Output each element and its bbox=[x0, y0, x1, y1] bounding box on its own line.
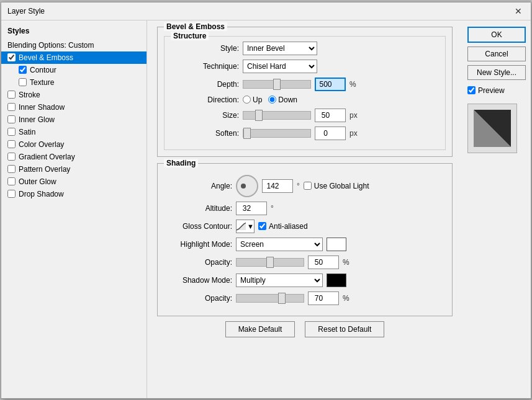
inner-glow-label: Inner Glow bbox=[19, 115, 55, 124]
outer-glow-label: Outer Glow bbox=[19, 177, 56, 186]
size-input[interactable] bbox=[315, 109, 346, 122]
soften-input[interactable] bbox=[315, 127, 346, 140]
highlight-opacity-row: Opacity: % bbox=[164, 256, 446, 269]
cancel-button[interactable]: Cancel bbox=[467, 47, 526, 61]
gradient-overlay-label: Gradient Overlay bbox=[19, 153, 75, 161]
dialog-body: Styles Blending Options: Custom Bevel & … bbox=[1, 20, 531, 398]
direction-down-text: Down bbox=[278, 96, 297, 104]
gradient-overlay-checkbox[interactable] bbox=[7, 153, 16, 161]
altitude-label: Altitude: bbox=[164, 204, 232, 213]
direction-down-radio[interactable] bbox=[268, 96, 276, 104]
shadow-opacity-input[interactable] bbox=[308, 291, 339, 305]
shadow-opacity-slider[interactable] bbox=[236, 294, 304, 303]
gloss-contour-icon bbox=[237, 221, 246, 231]
bevel-emboss-section: Bevel & Emboss Structure Style: Inner Be… bbox=[157, 27, 453, 157]
new-style-button[interactable]: New Style... bbox=[467, 65, 526, 80]
inner-shadow-checkbox[interactable] bbox=[7, 103, 16, 111]
direction-down-label[interactable]: Down bbox=[268, 96, 297, 104]
reset-to-default-button[interactable]: Reset to Default bbox=[305, 321, 384, 337]
sidebar-item-inner-glow[interactable]: Inner Glow bbox=[1, 113, 147, 126]
shadow-opacity-slider-container: % bbox=[236, 291, 349, 305]
direction-row: Direction: Up Down bbox=[171, 96, 439, 104]
anti-aliased-checkbox[interactable] bbox=[258, 222, 266, 230]
angle-dial[interactable] bbox=[236, 175, 258, 197]
shadow-mode-row: Shadow Mode: Multiply Normal Screen Over… bbox=[164, 273, 446, 287]
sidebar-item-blending-options[interactable]: Blending Options: Custom bbox=[1, 39, 147, 51]
angle-row: Angle: ° Use Global Light bbox=[164, 175, 446, 197]
highlight-opacity-label: Opacity: bbox=[164, 258, 232, 267]
sidebar-title: Styles bbox=[1, 24, 147, 39]
use-global-light-container: Use Global Light bbox=[304, 182, 369, 190]
drop-shadow-checkbox[interactable] bbox=[7, 190, 16, 198]
shading-section: Shading Angle: ° Use Global Light bbox=[157, 163, 453, 316]
size-label: Size: bbox=[171, 111, 239, 120]
highlight-color-swatch[interactable] bbox=[327, 238, 346, 251]
sidebar-item-contour[interactable]: Contour bbox=[1, 64, 147, 76]
sidebar-item-texture[interactable]: Texture bbox=[1, 76, 147, 89]
altitude-row: Altitude: ° bbox=[164, 202, 446, 215]
satin-label: Satin bbox=[19, 128, 35, 136]
outer-glow-checkbox[interactable] bbox=[7, 177, 16, 185]
highlight-opacity-unit: % bbox=[343, 258, 349, 267]
use-global-light-checkbox[interactable] bbox=[304, 182, 312, 190]
contour-checkbox[interactable] bbox=[19, 66, 27, 74]
anti-aliased-label: Anti-aliased bbox=[269, 222, 308, 231]
angle-input[interactable] bbox=[262, 179, 293, 193]
shadow-color-swatch[interactable] bbox=[327, 273, 346, 287]
sidebar-item-drop-shadow[interactable]: Drop Shadow bbox=[1, 188, 147, 200]
bevel-emboss-checkbox[interactable] bbox=[7, 53, 16, 61]
preview-label: Preview bbox=[478, 86, 505, 95]
direction-radio-group: Up Down bbox=[243, 96, 297, 104]
depth-slider[interactable] bbox=[243, 80, 311, 89]
gloss-contour-picker[interactable]: ▼ bbox=[236, 220, 255, 233]
sidebar-item-bevel-emboss[interactable]: Bevel & Emboss bbox=[1, 51, 147, 64]
highlight-mode-select[interactable]: Screen Normal Multiply Overlay bbox=[236, 238, 323, 251]
sidebar-item-satin[interactable]: Satin bbox=[1, 126, 147, 138]
shadow-opacity-unit: % bbox=[343, 294, 349, 303]
main-content: Bevel & Emboss Structure Style: Inner Be… bbox=[147, 20, 462, 398]
pattern-overlay-checkbox[interactable] bbox=[7, 165, 16, 173]
shading-section-title: Shading bbox=[164, 159, 198, 167]
sidebar-item-stroke[interactable]: Stroke bbox=[1, 89, 147, 101]
soften-slider[interactable] bbox=[243, 129, 311, 138]
direction-up-radio[interactable] bbox=[243, 96, 251, 104]
soften-slider-container: px bbox=[243, 127, 358, 140]
gloss-contour-dropdown-icon: ▼ bbox=[247, 223, 254, 230]
right-buttons-panel: OK Cancel New Style... Preview bbox=[462, 20, 531, 398]
altitude-input[interactable] bbox=[236, 202, 267, 215]
preview-checkbox[interactable] bbox=[467, 86, 476, 94]
anti-aliased-container: Anti-aliased bbox=[258, 222, 308, 231]
sidebar-item-pattern-overlay[interactable]: Pattern Overlay bbox=[1, 163, 147, 176]
depth-input[interactable] bbox=[315, 78, 346, 91]
technique-select[interactable]: Smooth Chisel Hard Chisel Soft bbox=[243, 60, 317, 73]
altitude-unit: ° bbox=[271, 204, 274, 213]
inner-glow-checkbox[interactable] bbox=[7, 115, 16, 123]
make-default-button[interactable]: Make Default bbox=[225, 321, 295, 337]
highlight-opacity-input[interactable] bbox=[308, 256, 339, 269]
stroke-checkbox[interactable] bbox=[7, 91, 16, 99]
sidebar-item-outer-glow[interactable]: Outer Glow bbox=[1, 176, 147, 188]
style-row: Style: Inner Bevel Outer Bevel Emboss Pi… bbox=[171, 42, 439, 55]
satin-checkbox[interactable] bbox=[7, 128, 16, 136]
highlight-mode-label: Highlight Mode: bbox=[164, 240, 232, 249]
style-select[interactable]: Inner Bevel Outer Bevel Emboss Pillow Em… bbox=[243, 42, 317, 55]
shadow-mode-select[interactable]: Multiply Normal Screen Overlay bbox=[236, 273, 323, 287]
angle-unit: ° bbox=[297, 182, 300, 190]
sidebar-item-gradient-overlay[interactable]: Gradient Overlay bbox=[1, 151, 147, 163]
color-overlay-label: Color Overlay bbox=[19, 140, 64, 149]
sidebar-item-inner-shadow[interactable]: Inner Shadow bbox=[1, 101, 147, 113]
bottom-buttons: Make Default Reset to Default bbox=[157, 316, 453, 345]
structure-section: Structure Style: Inner Bevel Outer Bevel… bbox=[164, 36, 446, 150]
soften-label: Soften: bbox=[171, 129, 239, 138]
ok-button[interactable]: OK bbox=[467, 27, 526, 43]
angle-label: Angle: bbox=[164, 182, 232, 190]
direction-up-label[interactable]: Up bbox=[243, 96, 262, 104]
color-overlay-checkbox[interactable] bbox=[7, 140, 16, 148]
size-slider[interactable] bbox=[243, 111, 311, 120]
close-button[interactable]: ✕ bbox=[512, 6, 525, 16]
direction-up-text: Up bbox=[253, 96, 262, 104]
highlight-opacity-slider[interactable] bbox=[236, 258, 304, 267]
shadow-opacity-row: Opacity: % bbox=[164, 291, 446, 305]
sidebar-item-color-overlay[interactable]: Color Overlay bbox=[1, 138, 147, 151]
texture-checkbox[interactable] bbox=[19, 78, 27, 86]
